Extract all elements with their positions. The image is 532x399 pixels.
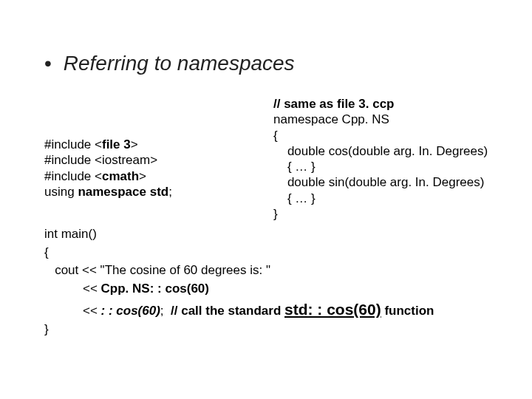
include-cmath-name: cmath [102, 169, 139, 183]
std-cos-emphasis: std: : cos(60) [284, 301, 381, 318]
cos-body: { … } [273, 160, 316, 174]
namespace-decl: namespace Cpp. NS [273, 112, 389, 126]
sin-body: { … } [273, 191, 316, 205]
include-iostream: #include <iostream> [44, 153, 157, 167]
slide-title: • Referring to namespaces [44, 52, 295, 75]
main-code-block: int main() { cout << "The cosine of 60 d… [44, 225, 434, 339]
bullet-icon: • [44, 52, 58, 75]
using-pre: using [44, 185, 78, 199]
include-file3-name: file 3 [102, 137, 131, 151]
using-post: ; [168, 185, 172, 199]
include-file3-pre: #include < [44, 137, 102, 151]
cos-decl: double cos(double arg. In. Degrees) [273, 144, 488, 158]
cppns-cos-pre: << [44, 282, 101, 296]
cout-line: cout << "The cosine of 60 degrees is: " [44, 263, 270, 277]
include-file3-post: > [131, 137, 138, 151]
brace-open: { [273, 129, 278, 143]
comment-same-as: // same as file 3. ccp [273, 97, 394, 111]
cppns-cos-call: Cpp. NS: : cos(60) [101, 282, 209, 296]
comment-function-word: function [381, 304, 434, 318]
include-cmath-pre: #include < [44, 169, 102, 183]
main-close: } [44, 322, 49, 336]
slide: • Referring to namespaces #include <file… [0, 0, 532, 399]
semi: ; [160, 304, 167, 318]
main-open: { [44, 245, 49, 259]
left-code-block: #include <file 3> #include <iostream> #i… [44, 137, 172, 200]
using-namespace-std: namespace std [78, 185, 168, 199]
global-cos-call: : : cos(60) [101, 304, 160, 318]
main-decl: int main() [44, 227, 97, 241]
sin-decl: double sin(double arg. In. Degrees) [273, 175, 484, 189]
brace-close: } [273, 207, 278, 221]
comment-call-standard: // call the standard [167, 304, 284, 318]
include-cmath-post: > [139, 169, 146, 183]
title-text: Referring to namespaces [64, 52, 295, 75]
right-code-block: // same as file 3. ccp namespace Cpp. NS… [273, 96, 488, 222]
std-cos-pre: << [44, 304, 101, 318]
